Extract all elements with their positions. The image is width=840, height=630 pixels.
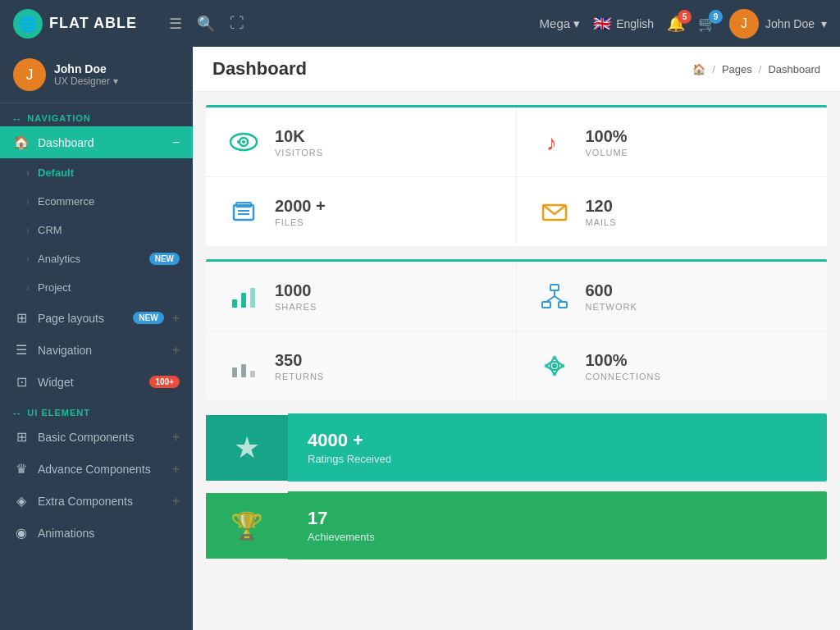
navigation-plus-icon[interactable]: + xyxy=(172,343,180,358)
sidebar-item-crm[interactable]: › CRM xyxy=(0,216,193,244)
mails-value: 120 xyxy=(586,197,617,216)
user-menu-arrow-icon: ▾ xyxy=(821,17,827,30)
mails-label: MAILS xyxy=(586,217,617,227)
sidebar-item-default[interactable]: › Default xyxy=(0,158,193,187)
svg-rect-11 xyxy=(241,293,246,308)
ratings-label: Ratings Received xyxy=(308,453,807,465)
svg-rect-15 xyxy=(559,302,567,308)
sidebar-default-label: Default xyxy=(38,167,180,179)
sidebar-item-basic-components[interactable]: ⊞ Basic Components + xyxy=(0,421,193,453)
sidebar-item-dashboard[interactable]: 🏠 Dashboard − xyxy=(0,126,193,158)
sidebar-item-ecommerce[interactable]: › Ecommerce xyxy=(0,187,193,216)
connections-label: CONNECTIONS xyxy=(586,372,661,381)
svg-rect-14 xyxy=(542,302,550,308)
mails-icon xyxy=(536,194,573,230)
sidebar-user-info: John Doe UX Designer ▾ xyxy=(54,62,118,87)
basic-components-icon: ⊞ xyxy=(13,429,30,445)
user-menu-button[interactable]: J John Doe ▾ xyxy=(729,9,827,39)
network-label: NETWORK xyxy=(586,302,637,312)
returns-icon xyxy=(226,348,262,384)
widget-icon: ⊡ xyxy=(13,374,30,390)
sidebar-animations-label: Animations xyxy=(38,527,180,540)
sidebar-page-layouts-label: Page layouts xyxy=(38,312,125,325)
svg-point-22 xyxy=(552,363,557,368)
lang-flag-icon: 🇬🇧 xyxy=(593,15,611,33)
language-button[interactable]: 🇬🇧 English xyxy=(593,15,654,33)
sidebar-analytics-label: Analytics xyxy=(38,253,141,265)
stat-cell-connections: 100% CONNECTIONS xyxy=(517,331,828,400)
stats-grid-1: 10K VISITORS ♪ 100% VOLUME xyxy=(206,105,827,246)
chevron-right-icon: › xyxy=(26,253,30,265)
expand-button[interactable]: ⛶ xyxy=(230,15,244,32)
ratings-card: ★ 4000 + Ratings Received xyxy=(206,413,827,482)
shares-label: SHARES xyxy=(275,302,317,312)
ui-section-label: UI ELEMENT xyxy=(0,398,193,421)
volume-label: VOLUME xyxy=(586,148,628,158)
visitors-info: 10K VISITORS xyxy=(275,127,323,158)
stat-cell-network: 600 NETWORK xyxy=(517,262,828,331)
volume-info: 100% VOLUME xyxy=(586,127,628,158)
svg-line-17 xyxy=(546,296,555,302)
breadcrumb: 🏠 / Pages / Dashboard xyxy=(692,63,820,75)
shares-icon xyxy=(226,278,262,314)
sidebar-widget-label: Widget xyxy=(38,376,141,389)
star-icon: ★ xyxy=(234,431,260,465)
page-title: Dashboard xyxy=(212,58,307,80)
sidebar-item-navigation[interactable]: ☰ Navigation + xyxy=(0,334,193,366)
messages-button[interactable]: 🛒 9 xyxy=(698,15,716,33)
achievements-card-content: 17 Achievements xyxy=(288,491,827,559)
extra-components-plus-icon[interactable]: + xyxy=(172,494,180,509)
content-body: 10K VISITORS ♪ 100% VOLUME xyxy=(193,92,840,582)
achievements-label: Achievements xyxy=(308,531,807,543)
network-icon xyxy=(536,278,573,314)
stats-grid-2: 1000 SHARES xyxy=(206,259,827,400)
app-name: FLAT ABLE xyxy=(49,15,137,32)
user-role-chevron-icon: ▾ xyxy=(113,75,118,87)
sidebar-item-advance-components[interactable]: ♛ Advance Components + xyxy=(0,453,193,485)
returns-value: 350 xyxy=(275,351,324,370)
stat-cell-shares: 1000 SHARES xyxy=(206,262,517,331)
mega-menu-button[interactable]: Mega ▾ xyxy=(540,16,581,31)
basic-components-plus-icon[interactable]: + xyxy=(172,430,180,445)
svg-line-18 xyxy=(555,296,563,302)
menu-button[interactable]: ☰ xyxy=(169,15,182,33)
svg-rect-21 xyxy=(250,371,255,377)
connections-icon xyxy=(536,348,573,384)
network-info: 600 NETWORK xyxy=(586,281,637,312)
advance-components-plus-icon[interactable]: + xyxy=(172,462,180,477)
chevron-right-icon: › xyxy=(26,196,30,208)
files-value: 2000 + xyxy=(275,197,326,216)
page-layouts-plus-icon[interactable]: + xyxy=(172,311,180,326)
layout: J John Doe UX Designer ▾ NAVIGATION 🏠 Da… xyxy=(0,47,840,630)
extra-components-icon: ◈ xyxy=(13,493,30,509)
svg-rect-19 xyxy=(232,368,237,377)
search-button[interactable]: 🔍 xyxy=(197,15,215,33)
ratings-card-icon-bg: ★ xyxy=(206,415,288,481)
messages-badge: 9 xyxy=(709,10,723,24)
advance-components-icon: ♛ xyxy=(13,461,30,477)
animations-icon: ◉ xyxy=(13,525,30,541)
sidebar-user-panel: J John Doe UX Designer ▾ xyxy=(0,47,193,103)
sidebar-item-page-layouts[interactable]: ⊞ Page layouts NEW + xyxy=(0,302,193,334)
notifications-button[interactable]: 🔔 5 xyxy=(667,15,685,33)
sidebar-avatar: J xyxy=(13,58,46,91)
breadcrumb-sep-1: / xyxy=(712,63,715,75)
mails-info: 120 MAILS xyxy=(586,197,617,227)
returns-label: RETURNS xyxy=(275,372,324,381)
sidebar-item-project[interactable]: › Project xyxy=(0,273,193,302)
sidebar-item-extra-components[interactable]: ◈ Extra Components + xyxy=(0,485,193,517)
notifications-badge: 5 xyxy=(678,10,692,24)
svg-point-26 xyxy=(560,364,564,368)
volume-icon: ♪ xyxy=(536,124,573,160)
sidebar-extra-components-label: Extra Components xyxy=(38,495,164,508)
sidebar-basic-components-label: Basic Components xyxy=(38,431,164,444)
ratings-card-content: 4000 + Ratings Received xyxy=(288,413,827,482)
page-layouts-new-badge: NEW xyxy=(133,312,163,324)
sidebar-item-widget[interactable]: ⊡ Widget 100+ xyxy=(0,366,193,398)
sidebar-item-animations[interactable]: ◉ Animations xyxy=(0,517,193,549)
svg-point-2 xyxy=(242,140,245,144)
achievements-card-icon-bg: 🏆 xyxy=(206,493,288,559)
sidebar-item-analytics[interactable]: › Analytics NEW xyxy=(0,244,193,273)
stat-cell-volume: ♪ 100% VOLUME xyxy=(517,107,828,177)
files-icon xyxy=(226,194,262,230)
